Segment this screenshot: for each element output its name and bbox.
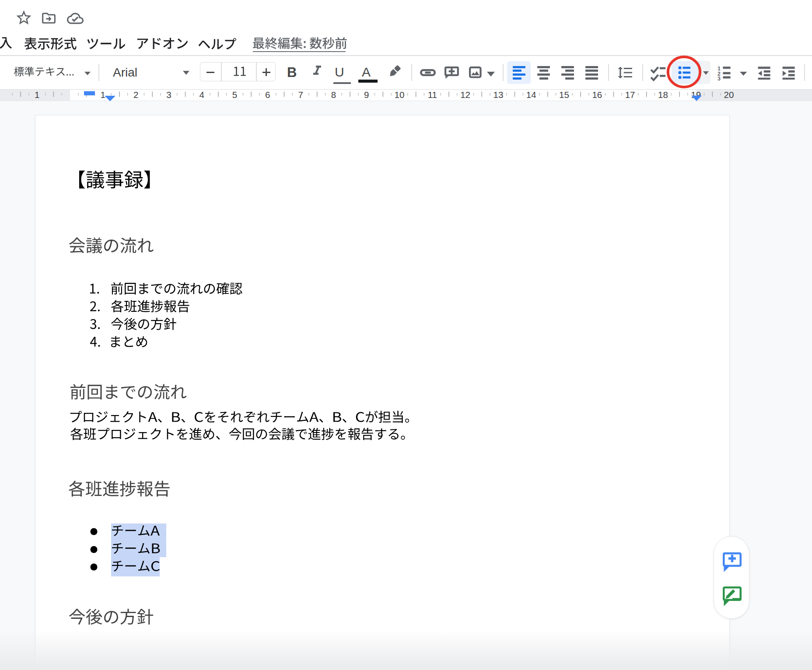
svg-text:1: 1 (35, 90, 39, 100)
svg-text:12: 12 (460, 90, 470, 100)
svg-text:11: 11 (428, 90, 437, 100)
svg-text:6: 6 (265, 90, 270, 100)
svg-text:1: 1 (101, 90, 105, 100)
svg-text:13: 13 (493, 90, 503, 100)
svg-text:10: 10 (395, 90, 405, 100)
svg-text:3: 3 (166, 90, 171, 100)
svg-text:5: 5 (232, 90, 237, 100)
svg-text:17: 17 (625, 90, 635, 100)
svg-text:15: 15 (559, 90, 569, 100)
svg-text:16: 16 (592, 90, 602, 100)
svg-text:14: 14 (526, 90, 536, 100)
svg-text:9: 9 (364, 90, 369, 100)
svg-text:2: 2 (133, 90, 138, 100)
svg-text:8: 8 (331, 90, 336, 100)
svg-text:7: 7 (298, 90, 303, 100)
svg-text:20: 20 (724, 90, 734, 100)
svg-text:4: 4 (199, 90, 204, 100)
